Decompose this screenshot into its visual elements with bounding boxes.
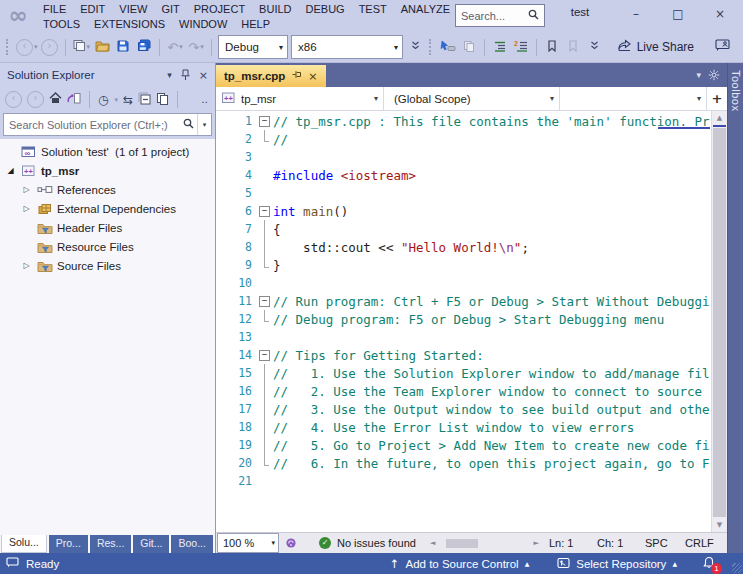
toolbox-side-tab[interactable]: Toolbox	[727, 63, 743, 553]
close-button[interactable]: ×	[699, 0, 741, 28]
code-line[interactable]: 2//	[216, 130, 711, 148]
scope-dropdown[interactable]: (Global Scope) ▾	[384, 87, 560, 110]
open-file-button[interactable]	[93, 36, 111, 58]
toolbar-overflow-button[interactable]	[406, 36, 424, 58]
notifications-button[interactable]: 1	[703, 556, 715, 571]
menu-item-build[interactable]: BUILD	[252, 3, 298, 15]
tree-item-references[interactable]: ▷References	[0, 180, 215, 199]
code-line[interactable]: 4#include <iostream>	[216, 166, 711, 184]
close-icon[interactable]: ×	[308, 70, 317, 83]
close-icon[interactable]: ×	[199, 69, 208, 82]
navigate-forward-button[interactable]: ›	[41, 36, 59, 58]
fold-margin[interactable]: −	[256, 346, 273, 364]
sidebar-tab-pro[interactable]: Pro...	[49, 535, 88, 553]
add-to-source-control-button[interactable]: ↑ Add to Source Control ▲	[390, 557, 529, 571]
code-line[interactable]: 18// 4. Use the Error List window to vie…	[216, 418, 711, 436]
scrollbar-thumb[interactable]	[713, 128, 726, 517]
code-line[interactable]: 1−// tp_msr.cpp : This file contains the…	[216, 112, 711, 130]
back-arrow-icon[interactable]: ‹	[5, 91, 22, 108]
toolbar-overflow-icon[interactable]: ‥	[201, 94, 208, 105]
scroll-up-icon[interactable]: ▲	[712, 111, 727, 125]
code-line[interactable]: 20// 6. In the future, to open this proj…	[216, 454, 711, 472]
zoom-dropdown[interactable]: 100 % ▾	[217, 533, 279, 553]
home-icon[interactable]	[49, 92, 62, 107]
member-dropdown[interactable]: ▾	[560, 87, 707, 110]
sync-with-active-document-icon[interactable]	[67, 92, 81, 108]
pin-icon[interactable]	[291, 70, 302, 82]
menu-item-view[interactable]: VIEW	[112, 3, 154, 15]
scrollbar-track[interactable]	[438, 539, 530, 548]
solution-configuration-dropdown[interactable]: Debug▾	[218, 35, 288, 59]
gear-icon[interactable]	[708, 69, 720, 81]
save-all-button[interactable]	[135, 36, 153, 58]
fold-collapse-icon[interactable]: −	[259, 296, 270, 307]
chevron-down-icon[interactable]: ▾	[197, 114, 211, 135]
toolbar-overflow-button[interactable]	[585, 36, 603, 58]
solution-platform-dropdown[interactable]: x86▾	[291, 35, 403, 59]
switch-views-icon[interactable]: ⇆	[123, 93, 133, 107]
collapse-all-icon[interactable]	[138, 92, 151, 108]
menu-item-file[interactable]: FILE	[36, 3, 73, 15]
code-line[interactable]: 19// 5. Go to Project > Add New Item to …	[216, 436, 711, 454]
sidebar-tab-res[interactable]: Res...	[90, 535, 131, 553]
menu-item-project[interactable]: PROJECT	[187, 3, 252, 15]
previous-bookmark-button[interactable]	[564, 36, 582, 58]
code-line[interactable]: 14−// Tips for Getting Started:	[216, 346, 711, 364]
fold-margin[interactable]: −	[256, 112, 273, 130]
intellisense-status-icon[interactable]	[285, 537, 297, 549]
code-line[interactable]: 17// 3. Use the Output window to see bui…	[216, 400, 711, 418]
minimize-button[interactable]: –	[615, 0, 657, 28]
select-repository-button[interactable]: Select Repository ▲	[557, 557, 677, 571]
toolbar-grip-icon[interactable]	[6, 39, 11, 55]
solution-explorer-titlebar[interactable]: Solution Explorer ▾ ×	[0, 63, 215, 87]
fold-collapse-icon[interactable]: −	[259, 116, 270, 127]
maximize-button[interactable]: □	[657, 0, 699, 28]
code-line[interactable]: 10	[216, 274, 711, 292]
code-line[interactable]: 8 std::cout << "Hello World!\n";	[216, 238, 711, 256]
fold-collapse-icon[interactable]: −	[259, 350, 270, 361]
code-line[interactable]: 15// 1. Use the Solution Explorer window…	[216, 364, 711, 382]
tree-item-resource-files[interactable]: Resource Files	[0, 237, 215, 256]
pending-changes-filter-icon[interactable]: ◷	[98, 93, 108, 107]
code-line[interactable]: 11−// Run program: Ctrl + F5 or Debug > …	[216, 292, 711, 310]
send-feedback-button[interactable]	[715, 39, 730, 55]
resize-grip[interactable]	[732, 563, 742, 573]
split-window-button[interactable]: +	[707, 87, 727, 110]
sidebar-tab-git[interactable]: Git...	[133, 535, 169, 553]
horizontal-scrollbar[interactable]: ◄ ►	[430, 539, 539, 548]
menu-item-tools[interactable]: TOOLS	[36, 18, 87, 30]
tree-item-solution-test-1-of-1-project[interactable]: ∞Solution 'test' (1 of 1 project)	[0, 142, 215, 161]
menu-item-extensions[interactable]: EXTENSIONS	[87, 18, 172, 30]
pin-icon[interactable]	[181, 69, 190, 81]
code-line[interactable]: 13	[216, 328, 711, 346]
save-button[interactable]	[114, 36, 132, 58]
menu-item-analyze[interactable]: ANALYZE	[394, 3, 457, 15]
tree-expand-arrow[interactable]: ◢	[5, 166, 16, 175]
code-line[interactable]: 12// Debug program: F5 or Debug > Start …	[216, 310, 711, 328]
sidebar-tab-boo[interactable]: Boo...	[171, 535, 212, 553]
menu-item-git[interactable]: GIT	[154, 3, 186, 15]
attach-to-process-button[interactable]	[439, 36, 457, 58]
vertical-scrollbar[interactable]: ▲ ▼	[711, 111, 727, 532]
code-line[interactable]: 7{	[216, 220, 711, 238]
code-editor[interactable]: 1−// tp_msr.cpp : This file contains the…	[216, 111, 727, 532]
scroll-right-icon[interactable]: ►	[534, 539, 539, 547]
scrollbar-thumb[interactable]	[446, 539, 478, 548]
tree-item-header-files[interactable]: Header Files	[0, 218, 215, 237]
tree-expand-arrow[interactable]: ▷	[21, 261, 32, 270]
project-dropdown[interactable]: ++ tp_msr ▾	[216, 87, 384, 110]
tree-expand-arrow[interactable]: ▷	[21, 185, 32, 194]
line-ending-indicator[interactable]: CRLF	[685, 537, 727, 549]
toolbar-grip-icon[interactable]	[429, 39, 434, 55]
menu-item-debug[interactable]: DEBUG	[299, 3, 352, 15]
forward-arrow-icon[interactable]: ›	[27, 91, 44, 108]
decrease-indent-button[interactable]	[491, 36, 509, 58]
code-line[interactable]: 3	[216, 148, 711, 166]
new-project-button[interactable]: ▾	[72, 36, 91, 58]
spaces-indicator[interactable]: SPC	[645, 537, 685, 549]
show-all-files-icon[interactable]	[156, 92, 169, 108]
code-line[interactable]: 16// 2. Use the Team Explorer window to …	[216, 382, 711, 400]
undo-button[interactable]: ↶▾	[166, 36, 184, 58]
fold-margin[interactable]: −	[256, 292, 273, 310]
code-line[interactable]: 9}	[216, 256, 711, 274]
